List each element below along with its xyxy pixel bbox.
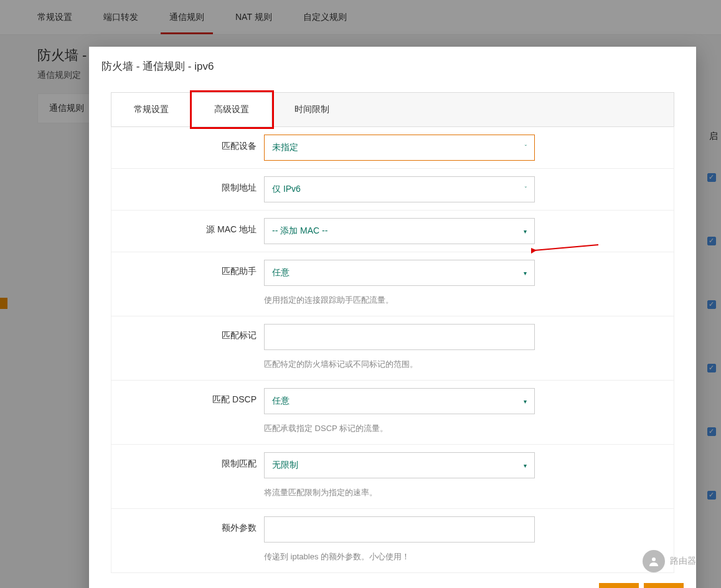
modal-tabs: 常规设置 高级设置 时间限制 <box>111 92 674 126</box>
select-match-dscp[interactable]: 任意 ▾ <box>264 388 535 414</box>
dropdown-icon: ▾ <box>524 462 527 469</box>
dropdown-icon: ▾ <box>524 398 527 405</box>
watermark-icon <box>643 550 665 572</box>
select-match-helper[interactable]: 任意 ▾ <box>264 260 535 286</box>
close-button[interactable]: 关闭 <box>599 583 639 588</box>
help-match-helper: 使用指定的连接跟踪助手匹配流量。 <box>264 286 535 308</box>
help-limit-match: 将流量匹配限制为指定的速率。 <box>264 478 535 501</box>
select-src-mac[interactable]: -- 添加 MAC -- ▾ <box>264 218 535 244</box>
modal-tab-general[interactable]: 常规设置 <box>111 93 192 126</box>
label-limit-match: 限制匹配 <box>111 452 264 476</box>
label-match-helper: 匹配助手 <box>111 260 264 283</box>
watermark: 路由器 <box>643 550 696 572</box>
save-button[interactable]: 保存 <box>644 583 684 588</box>
label-extra-args: 额外参数 <box>111 516 264 540</box>
select-value: 无限制 <box>272 460 298 471</box>
select-value: 仅 IPv6 <box>272 184 301 195</box>
select-value: 未指定 <box>272 142 298 153</box>
input-extra-args[interactable] <box>264 516 535 543</box>
advanced-form: 匹配设备 未指定 ˇ 限制地址 仅 IPv6 ˇ 源 MAC 地址 -- 添 <box>111 126 674 573</box>
select-value: -- 添加 MAC -- <box>272 225 328 237</box>
label-match-dscp: 匹配 DSCP <box>111 388 264 412</box>
svg-point-1 <box>652 557 656 561</box>
modal-tab-advanced[interactable]: 高级设置 <box>192 93 272 126</box>
modal-title: 防火墙 - 通信规则 - ipv6 <box>89 47 696 80</box>
help-match-mark: 匹配特定的防火墙标记或不同标记的范围。 <box>264 350 535 372</box>
label-src-mac: 源 MAC 地址 <box>111 218 264 242</box>
edit-rule-modal: 防火墙 - 通信规则 - ipv6 常规设置 高级设置 时间限制 匹配设备 未指… <box>89 47 696 588</box>
modal-tab-time[interactable]: 时间限制 <box>272 93 352 126</box>
help-extra-args: 传递到 iptables 的额外参数。小心使用！ <box>264 543 535 565</box>
label-match-mark: 匹配标记 <box>111 324 264 348</box>
label-restrict-address: 限制地址 <box>111 176 264 200</box>
select-match-device[interactable]: 未指定 ˇ <box>264 135 535 161</box>
input-match-mark[interactable] <box>264 324 535 350</box>
select-value: 任意 <box>272 396 290 407</box>
select-restrict-address[interactable]: 仅 IPv6 ˇ <box>264 176 535 202</box>
chevron-down-icon: ˇ <box>525 145 527 151</box>
select-value: 任意 <box>272 267 290 278</box>
help-match-dscp: 匹配承载指定 DSCP 标记的流量。 <box>264 414 535 437</box>
dropdown-icon: ▾ <box>524 228 527 235</box>
label-match-device: 匹配设备 <box>111 135 264 158</box>
dropdown-icon: ▾ <box>524 270 527 277</box>
chevron-down-icon: ˇ <box>525 186 527 193</box>
watermark-text: 路由器 <box>670 556 696 567</box>
modal-footer: 关闭 保存 <box>89 573 696 588</box>
select-limit-match[interactable]: 无限制 ▾ <box>264 452 535 478</box>
